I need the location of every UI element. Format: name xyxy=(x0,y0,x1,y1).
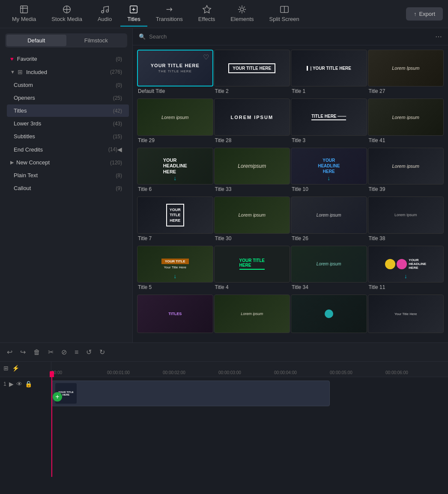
timeline-controls: ↩ ↪ 🗑 ✂ ⊘ ≡ ↺ ↻ xyxy=(0,342,448,361)
delete-button[interactable]: 🗑 xyxy=(32,347,42,358)
search-input[interactable] xyxy=(149,33,432,40)
heart-icon: ♥ xyxy=(10,56,14,62)
grid-icon: ⊞ xyxy=(18,68,23,75)
svg-rect-0 xyxy=(21,6,28,13)
title-card-partial-3[interactable] xyxy=(291,295,367,338)
title-card-title-10[interactable]: YOURHEADLINEHERE ↓ Title 10 xyxy=(291,148,367,196)
ruler-mark-2: 00:00:02:00 xyxy=(163,370,218,375)
title-card-title-27[interactable]: Lorem Ipsum Title 27 xyxy=(368,50,444,98)
nav-item-split-screen[interactable]: Split Screen xyxy=(263,1,306,27)
sidebar-item-plain-text[interactable]: Plain Text (8) xyxy=(7,169,129,182)
add-track-button[interactable]: ⊞ xyxy=(3,365,9,372)
ruler-mark-6: 00:00:06:00 xyxy=(385,370,441,375)
nav-item-audio[interactable]: Audio xyxy=(91,1,119,27)
redo-button[interactable]: ↪ xyxy=(18,346,27,358)
sidebar-tabs: Default Filmstock xyxy=(5,33,127,48)
rotate-left-button[interactable]: ↺ xyxy=(84,346,93,358)
ruler-mark-1: 00:00:01:00 xyxy=(107,370,163,375)
rotate-right-button[interactable]: ↻ xyxy=(98,346,107,358)
track-area: YOUR TITLE HERE + xyxy=(51,377,448,477)
title-card-title-30[interactable]: Lorem ipsum Title 30 xyxy=(214,196,290,244)
cut-button[interactable]: ✂ xyxy=(46,346,55,358)
lock-icon[interactable]: 🔒 xyxy=(25,381,32,387)
title-card-title-1[interactable]: | YOUR TITLE HERE Title 1 xyxy=(291,50,367,98)
title-card-title-28[interactable]: LOREM IPSUM Title 28 xyxy=(214,98,290,146)
nav-item-my-media[interactable]: My Media xyxy=(5,1,43,27)
video-track-icon: ▶ xyxy=(9,381,14,387)
timeline-body: 1 ▶ 👁 🔒 YOUR TITLE HERE + xyxy=(0,377,448,477)
svg-point-6 xyxy=(241,8,244,11)
title-card-title-33[interactable]: Loremipsum Title 33 xyxy=(214,148,290,196)
title-card-title-26[interactable]: Lorem ipsum Title 26 xyxy=(291,196,367,244)
title-card-title-3[interactable]: TITLE HERE —— Title 3 xyxy=(291,98,367,146)
playhead[interactable] xyxy=(51,377,52,477)
title-card-title-2[interactable]: YOUR TITLE HERE Title 2 xyxy=(214,50,290,98)
ruler-mark-3: 00:00:03:00 xyxy=(218,370,274,375)
search-icon: 🔍 xyxy=(139,33,146,40)
favorite-heart-icon[interactable]: ♡ xyxy=(203,53,209,61)
ruler-left-spacer: ⊞ ⚡ xyxy=(0,362,51,375)
title-card-title-38[interactable]: Lorem Ipsum Title 38 xyxy=(368,196,444,244)
nav-item-transitions[interactable]: Transitions xyxy=(149,1,190,27)
export-button[interactable]: ↑ Export xyxy=(406,7,443,21)
ruler-mark-5: 00:00:05:00 xyxy=(330,370,385,375)
sidebar-item-openers[interactable]: Openers (25) xyxy=(7,92,129,104)
title-card-title-7[interactable]: YOURTITLEHERE Title 7 xyxy=(137,196,213,244)
svg-marker-5 xyxy=(203,6,210,13)
sidebar-item-new-concept[interactable]: ▶ New Concept (120) xyxy=(3,156,129,169)
track-controls: 1 ▶ 👁 🔒 xyxy=(0,377,51,477)
titles-grid: YOUR TITLE HERETHE TITLE HERE ♡ Default … xyxy=(133,45,448,342)
sidebar-item-included[interactable]: ▼ ⊞ Included (276) xyxy=(3,65,129,78)
title-card-partial-1[interactable]: Titles xyxy=(137,295,213,338)
nav-item-effects[interactable]: Effects xyxy=(191,1,222,27)
sidebar-item-callout[interactable]: Callout (9) xyxy=(7,182,129,194)
nav-item-titles[interactable]: Titles xyxy=(120,1,147,27)
title-card-partial-4[interactable]: Your Title Here xyxy=(368,295,444,338)
download-icon: ↓ xyxy=(173,175,176,182)
svg-point-3 xyxy=(106,10,108,12)
ruler-marks: 00:00 00:00:01:00 00:00:02:00 00:00:03:0… xyxy=(51,370,448,375)
title-card-title-41[interactable]: Lorem ipsum Title 41 xyxy=(368,98,444,146)
top-nav: My Media Stock Media Audio Titles Transi… xyxy=(0,0,448,28)
download-icon: ↓ xyxy=(404,273,407,280)
sidebar-tab-default[interactable]: Default xyxy=(6,35,66,46)
track-icons: 1 ▶ 👁 🔒 xyxy=(3,381,32,387)
export-icon: ↑ xyxy=(414,11,417,17)
title-card-title-11[interactable]: YOURHEADLINEHERE ↓ Title 11 xyxy=(368,246,444,294)
download-icon: ↓ xyxy=(327,175,330,182)
sidebar-item-titles[interactable]: Titles (42) xyxy=(7,104,129,117)
timeline-area: ⊞ ⚡ 00:00 00:00:01:00 00:00:02:00 00:00:… xyxy=(0,361,448,477)
content-panel: 🔍 ⋯ YOUR TITLE HERETHE TITLE HERE ♡ Defa… xyxy=(133,28,448,342)
nav-item-stock-media[interactable]: Stock Media xyxy=(45,1,89,27)
chevron-down-icon: ▼ xyxy=(10,69,15,74)
title-card-partial-2[interactable]: Lorem ipsum xyxy=(214,295,290,338)
eye-icon[interactable]: 👁 xyxy=(16,381,22,387)
sidebar-item-end-credits[interactable]: End Credits (14) ◀ xyxy=(7,143,129,156)
snap-button[interactable]: ⚡ xyxy=(12,365,19,372)
track-clip[interactable]: YOUR TITLE HERE + xyxy=(51,381,330,406)
align-button[interactable]: ≡ xyxy=(73,347,80,358)
grid-view-toggle[interactable]: ⋯ xyxy=(435,33,442,41)
nav-item-elements[interactable]: Elements xyxy=(224,1,260,27)
sidebar-item-lower3rds[interactable]: Lower 3rds (43) xyxy=(7,117,129,130)
title-card-title-6[interactable]: YOURHEADLINEHERE ↓ Title 6 xyxy=(137,148,213,196)
sidebar-tab-filmstock[interactable]: Filmstock xyxy=(66,35,126,46)
title-card-title-34[interactable]: Lorem ipsum Title 34 xyxy=(291,246,367,294)
title-card-title-39[interactable]: Lorem ipsum Title 39 xyxy=(368,148,444,196)
sidebar-item-favorite[interactable]: ♥ Favorite (0) xyxy=(3,53,129,65)
undo-button[interactable]: ↩ xyxy=(5,346,14,358)
sidebar-item-subtitles[interactable]: Subtitles (15) xyxy=(7,130,129,143)
sidebar: Default Filmstock ♥ Favorite (0) ▼ ⊞ Inc… xyxy=(0,28,133,342)
title-card-title-29[interactable]: Lorem ipsum Title 29 xyxy=(137,98,213,146)
add-to-timeline-button[interactable]: + xyxy=(53,392,62,402)
sidebar-item-custom[interactable]: Custom (0) xyxy=(7,79,129,91)
no-cut-button[interactable]: ⊘ xyxy=(60,346,69,358)
search-bar: 🔍 ⋯ xyxy=(133,28,448,45)
title-card-title-5[interactable]: YOUR TITLE Your Title Here ↓ Title 5 xyxy=(137,246,213,294)
title-card-default-title[interactable]: YOUR TITLE HERETHE TITLE HERE ♡ Default … xyxy=(137,50,213,98)
playhead-handle[interactable] xyxy=(50,371,54,377)
title-card-title-4[interactable]: YOUR TITLEHERE Title 4 xyxy=(214,246,290,294)
chevron-right-icon: ▶ xyxy=(10,160,14,165)
ruler-mark-4: 00:00:04:00 xyxy=(274,370,330,375)
collapse-icon: ◀ xyxy=(117,146,122,153)
